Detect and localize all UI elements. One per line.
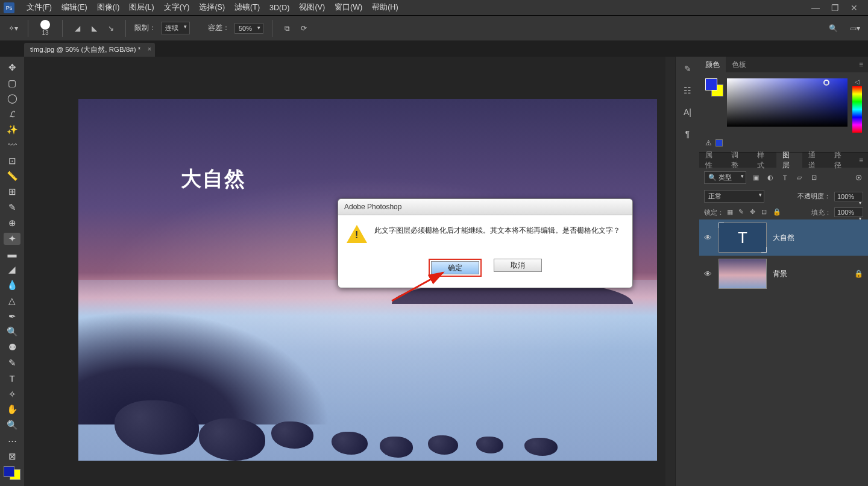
menu-help[interactable]: 帮助(H) (367, 2, 403, 13)
tab-swatches[interactable]: 色板 (726, 57, 752, 72)
menu-file[interactable]: 文件(F) (22, 2, 57, 13)
menu-3d[interactable]: 3D(D) (265, 4, 294, 12)
type-tool-icon[interactable]: T (4, 373, 20, 385)
canvas-area[interactable]: 大自然 Adobe Photoshop 此文字图层必须栅格化后才能继续。其文本将… (24, 57, 665, 486)
lock-all-icon[interactable]: 🔒 (773, 208, 781, 216)
more-tool-icon[interactable]: ⊠ (4, 450, 20, 462)
document-tab[interactable]: timg.jpg @ 50% (大自然, RGB/8#) * × (24, 43, 155, 57)
menu-select[interactable]: 选择(S) (194, 2, 230, 13)
visibility-eye-icon[interactable]: 👁 (704, 233, 712, 242)
tab-properties[interactable]: 属性 (699, 153, 725, 168)
visibility-eye-icon[interactable]: 👁 (704, 270, 712, 279)
panel-foreground-swatch[interactable] (705, 78, 717, 90)
layer-row[interactable]: 👁 T 大自然 (699, 219, 868, 256)
sample-icon-2[interactable]: ◣ (88, 22, 100, 34)
gradient-icon[interactable]: ◢ (4, 264, 20, 276)
layer-thumbnail-text[interactable]: T (719, 222, 767, 253)
menu-image[interactable]: 图像(I) (92, 2, 125, 13)
layer-name[interactable]: 背景 (773, 269, 848, 279)
canvas-text-layer[interactable]: 大自然 (181, 165, 246, 193)
closest-websafe-swatch[interactable] (715, 139, 723, 147)
adjustments-panel-icon[interactable]: ☷ (682, 84, 694, 96)
eyedropper-icon[interactable]: ✎ (4, 201, 20, 213)
tab-channels[interactable]: 通道 (802, 153, 828, 168)
restore-icon[interactable]: ❐ (831, 4, 839, 12)
layer-row[interactable]: 👁 背景 🔒 (699, 256, 868, 292)
layers-panel-menu-icon[interactable]: ≡ (854, 156, 868, 165)
tab-paths[interactable]: 路径 (828, 153, 854, 168)
fill-value[interactable]: 100% (834, 207, 863, 217)
path-select-icon[interactable]: ✧ (4, 388, 20, 400)
freeform-pen-icon[interactable]: 🔍 (4, 326, 20, 338)
menu-type[interactable]: 文字(Y) (159, 2, 195, 13)
foreground-background-colors[interactable] (4, 466, 20, 480)
limit-combo[interactable]: 连续 (161, 22, 190, 34)
opacity-value[interactable]: 100% (834, 192, 863, 201)
magic-wand-icon[interactable]: ✨ (4, 124, 20, 136)
blend-mode-combo[interactable]: 正常 (704, 190, 764, 203)
menu-edit[interactable]: 编辑(E) (57, 2, 92, 13)
option-icon-b[interactable]: ⟳ (298, 22, 310, 34)
ruler-tool-icon[interactable]: 📏 (4, 171, 20, 183)
lock-position-icon[interactable]: ✥ (750, 208, 758, 216)
menu-layer[interactable]: 图层(L) (124, 2, 159, 13)
filter-pixel-icon[interactable]: ▣ (751, 173, 761, 183)
hand-tool-icon[interactable]: ✋ (4, 404, 20, 416)
tolerance-combo[interactable]: 50% (234, 23, 263, 34)
history-panel-icon[interactable]: ✎ (682, 63, 694, 75)
pen-tool-icon[interactable]: ✒ (4, 311, 20, 323)
eraser-icon[interactable]: ✎ (4, 357, 20, 369)
healing-brush-icon[interactable]: ⊕ (4, 217, 20, 229)
ok-button[interactable]: 确定 (431, 261, 479, 274)
lasso-tool-icon[interactable]: 𝓛 (4, 108, 20, 120)
blur-icon[interactable]: 💧 (4, 279, 20, 291)
canvas-vscrollbar[interactable] (665, 57, 675, 486)
move-tool-icon[interactable]: ✥ (4, 62, 20, 74)
color-panel-menu-icon[interactable]: ≡ (854, 60, 868, 69)
layer-thumbnail-image[interactable] (719, 259, 767, 289)
tool-preset-icon[interactable]: ✧▾ (7, 22, 19, 34)
brush-preset[interactable]: 13 (40, 20, 50, 36)
marquee-tool-icon[interactable]: ▢ (4, 77, 20, 89)
tab-close-icon[interactable]: × (148, 45, 151, 52)
layer-name[interactable]: 大自然 (773, 233, 863, 243)
close-icon[interactable]: ✕ (850, 4, 858, 12)
screenmode-icon[interactable]: ▭▾ (849, 22, 861, 34)
menu-filter[interactable]: 滤镜(T) (230, 2, 265, 13)
sample-icon-3[interactable]: ↘ (105, 22, 117, 34)
quick-select-icon[interactable]: 〰 (4, 139, 20, 151)
tab-styles[interactable]: 样式 (751, 153, 777, 168)
background-eraser-icon[interactable]: ✦ (4, 233, 20, 245)
search-icon[interactable]: 🔍 (827, 22, 839, 34)
minimize-icon[interactable]: — (811, 4, 820, 12)
lock-pixels-icon[interactable]: ✎ (738, 208, 747, 216)
zoom-tool-icon[interactable]: 🔍 (4, 419, 20, 431)
filter-type-icon[interactable]: T (780, 173, 790, 183)
dodge-icon[interactable]: △ (4, 295, 20, 307)
foreground-swatch[interactable] (4, 466, 14, 477)
tab-color[interactable]: 颜色 (699, 57, 726, 72)
menu-view[interactable]: 视图(V) (294, 2, 330, 13)
layer-filter-combo[interactable]: 🔍 类型 (704, 171, 746, 184)
option-icon-a[interactable]: ⧉ (281, 22, 293, 34)
hue-slider[interactable] (852, 86, 862, 133)
filter-toggle-icon[interactable]: ⦿ (854, 173, 863, 183)
character-panel-icon[interactable]: A| (682, 106, 694, 118)
lock-artboard-icon[interactable]: ⊡ (761, 208, 770, 216)
crop-tool-icon[interactable]: ⊡ (4, 155, 20, 167)
color-fg-bg[interactable] (705, 78, 722, 133)
paintbucket-icon[interactable]: ▬ (4, 248, 20, 260)
menu-window[interactable]: 窗口(W) (330, 2, 367, 13)
filter-shape-icon[interactable]: ▱ (794, 173, 804, 183)
tab-adjustments[interactable]: 调整 (725, 153, 751, 168)
color-picker-box[interactable] (727, 78, 848, 127)
clone-icon[interactable]: ⚉ (4, 341, 20, 353)
sample-icon-1[interactable]: ◢ (71, 22, 83, 34)
perspective-tool-icon[interactable]: ⊞ (4, 186, 20, 198)
filter-adjust-icon[interactable]: ◐ (766, 173, 775, 183)
ellipse-marquee-icon[interactable]: ◯ (4, 93, 20, 105)
cancel-button[interactable]: 取消 (494, 259, 542, 272)
edit-toolbar-icon[interactable]: ⋯ (4, 435, 20, 447)
lock-transparency-icon[interactable]: ▦ (727, 208, 735, 216)
tab-layers[interactable]: 图层 (776, 153, 802, 168)
